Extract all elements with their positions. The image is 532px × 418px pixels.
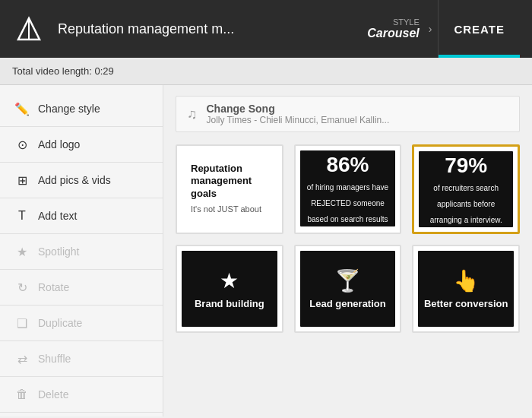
sidebar-item-spotlight: ★Spotlight [0,234,163,270]
spotlight-label: Spotlight [38,245,79,258]
add-logo-label: Add logo [38,138,80,150]
card-inner-white: Reputation management goalsIt's not JUST… [182,150,277,226]
style-value: Carousel [367,27,419,40]
video-length-label: Total video length: 0:29 [12,65,114,77]
change-song-label: Change Song [207,103,390,115]
add-pics-vids-icon: ⊞ [14,172,30,188]
card-inner-dark: 79%of recruiters search applicants befor… [419,151,513,227]
spotlight-icon: ★ [14,243,30,260]
duplicate-icon: ❑ [14,315,30,331]
project-title: Reputation management m... [58,21,367,37]
card-text: Reputation management goalsIt's not JUST… [188,160,271,218]
music-icon: ♫ [187,106,198,122]
card-card-2[interactable]: 86%of hiring managers have REJECTED some… [294,144,402,234]
delete-label: Delete [38,388,68,401]
change-style-icon: ✏️ [14,100,30,117]
delete-icon: 🗑 [14,386,30,403]
card-dark-text: 79%of recruiters search applicants befor… [419,151,513,227]
chevron-right-icon: › [429,23,432,35]
sidebar-item-add-logo[interactable]: ⊙Add logo [0,127,163,163]
main-layout: ✏️Change style⊙Add logo⊞Add pics & vidsT… [0,85,532,416]
app-logo[interactable] [12,12,46,46]
sidebar-item-duplicate: ❑Duplicate [0,306,163,341]
card-card-3[interactable]: 79%of recruiters search applicants befor… [412,144,520,234]
card-card-6[interactable]: 👆Better conversion [412,245,520,333]
shuffle-icon: ⇄ [14,350,30,367]
rotate-label: Rotate [38,281,69,293]
add-text-icon: T [14,207,30,224]
style-label-group: STYLE Carousel [367,17,419,40]
card-inner-dark: 86%of hiring managers have REJECTED some… [300,150,396,226]
sidebar-item-change-style[interactable]: ✏️Change style [0,91,163,127]
add-pics-vids-label: Add pics & vids [38,174,111,186]
header: Reputation management m... STYLE Carouse… [0,0,532,58]
card-card-5[interactable]: 🍸Lead generation [294,245,402,333]
shuffle-label: Shuffle [38,353,71,365]
song-detail: Jolly Times - Chieli Minucci, Emanuel Ka… [207,115,390,125]
card-inner-dark-icon: ★Brand building [182,251,277,327]
song-info: Change Song Jolly Times - Chieli Minucci… [207,103,390,125]
card-dark-text: 86%of hiring managers have REJECTED some… [300,150,396,226]
rotate-icon: ↻ [14,279,30,296]
change-style-label: Change style [38,103,100,115]
card-inner-dark-icon: 👆Better conversion [418,251,514,327]
duplicate-label: Duplicate [38,317,82,329]
sidebar: ✏️Change style⊙Add logo⊞Add pics & vidsT… [0,85,163,416]
sidebar-item-add-text[interactable]: TAdd text [0,198,163,234]
change-song-bar[interactable]: ♫ Change Song Jolly Times - Chieli Minuc… [176,96,520,132]
sidebar-item-delete: 🗑Delete [0,377,163,413]
card-icon-text: 🍸Lead generation [305,264,390,315]
sidebar-item-add-pics-vids[interactable]: ⊞Add pics & vids [0,163,163,198]
card-icon-text: 👆Better conversion [420,264,513,315]
card-icon-text: ★Brand building [190,264,269,315]
style-word: STYLE [367,17,419,27]
cards-grid: Reputation management goalsIt's not JUST… [176,144,520,333]
card-card-4[interactable]: ★Brand building [176,245,283,333]
sub-header: Total video length: 0:29 [0,58,532,85]
sidebar-item-rotate: ↻Rotate [0,270,163,306]
create-button[interactable]: CREATE [438,0,520,58]
card-card-1[interactable]: Reputation management goalsIt's not JUST… [176,144,283,234]
add-text-label: Add text [38,210,77,222]
content-area: ♫ Change Song Jolly Times - Chieli Minuc… [163,85,532,416]
sidebar-item-shuffle: ⇄Shuffle [0,341,163,377]
card-inner-dark-icon: 🍸Lead generation [300,251,396,327]
style-selector[interactable]: STYLE Carousel › [367,17,432,40]
add-logo-icon: ⊙ [14,136,30,153]
